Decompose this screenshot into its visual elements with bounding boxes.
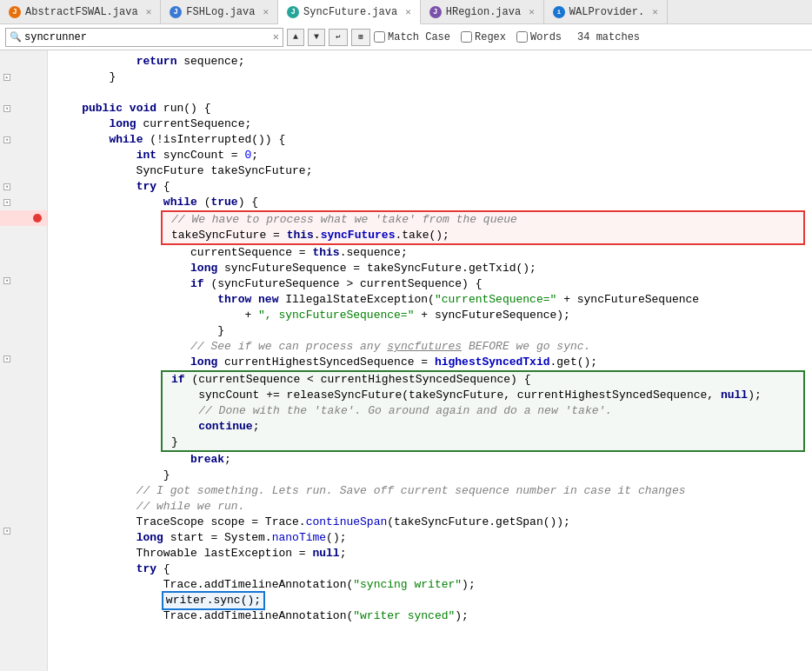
fold-icon[interactable]: ▸ xyxy=(3,74,10,81)
code-line-writer-sync: writer.sync(); xyxy=(48,593,812,608)
tab-label-syncfuture: SyncFuture.java xyxy=(303,6,397,18)
gutter-line xyxy=(0,586,47,601)
gutter-line xyxy=(0,116,47,132)
gutter-line xyxy=(0,367,47,382)
fold-icon[interactable]: ▾ xyxy=(3,355,10,362)
tab-close-walprovider[interactable]: ✕ xyxy=(652,6,658,17)
match-case-option[interactable]: Match Case xyxy=(374,31,450,43)
words-checkbox[interactable] xyxy=(516,31,528,43)
regex-checkbox[interactable] xyxy=(461,31,472,43)
search-input-wrap: 🔍 ✕ xyxy=(5,28,283,47)
gutter-line xyxy=(0,429,47,445)
regex-option[interactable]: Regex xyxy=(461,31,506,43)
fold-icon[interactable]: ▾ xyxy=(3,183,10,190)
code-line: } xyxy=(48,468,812,483)
tab-close-hregion[interactable]: ✕ xyxy=(529,6,535,17)
code-editor[interactable]: return sequence; } public void run() { l… xyxy=(48,50,812,671)
code-line-if: if (currentSequence < currentHighestSync… xyxy=(164,372,802,388)
gutter-line xyxy=(0,570,47,586)
green-highlight-block: if (currentSequence < currentHighestSync… xyxy=(161,370,805,452)
search-wrap-button[interactable]: ↩ xyxy=(329,29,348,46)
gutter-line xyxy=(0,508,47,523)
match-case-label: Match Case xyxy=(388,31,450,43)
gutter-line: ▾ xyxy=(0,351,47,367)
tab-close-fshlog[interactable]: ✕ xyxy=(263,6,269,17)
search-options: Match Case Regex Words 34 matches xyxy=(374,31,640,43)
regex-label: Regex xyxy=(475,31,506,43)
gutter-line xyxy=(0,54,47,70)
search-bar: 🔍 ✕ ▲ ▼ ↩ ⊞ Match Case Regex Words 34 ma… xyxy=(0,24,812,50)
gutter-line xyxy=(0,398,47,414)
match-case-checkbox[interactable] xyxy=(374,31,385,43)
fold-icon[interactable]: ▾ xyxy=(3,277,10,284)
main-content: ▸ ▾ ▾ ▾ ▾ ▾ ▾ xyxy=(0,50,812,671)
code-line: int syncCount = 0; xyxy=(48,148,812,163)
search-clear-icon[interactable]: ✕ xyxy=(273,30,279,43)
code-line-sync: syncCount += releaseSyncFuture(takeSyncF… xyxy=(164,388,802,403)
search-count: 34 matches xyxy=(577,31,640,43)
code-line: Trace.addTimelineAnnotation("writer sync… xyxy=(48,608,812,624)
code-line: public void run() { xyxy=(48,101,812,116)
fold-icon[interactable]: ▾ xyxy=(3,136,10,143)
gutter-line xyxy=(0,257,47,273)
gutter-line xyxy=(0,148,47,163)
code-line: // See if we can process any syncfutures… xyxy=(48,339,812,355)
gutter-line xyxy=(0,476,47,492)
code-line: SyncFuture takeSyncFuture; xyxy=(48,163,812,179)
gutter-line: ▸ xyxy=(0,70,47,85)
tab-fshlog[interactable]: J FSHLog.java ✕ xyxy=(161,0,278,23)
tab-icon-abstractfswal: J xyxy=(9,6,21,18)
search-next-button[interactable]: ▼ xyxy=(308,29,325,46)
tab-icon-syncfuture: J xyxy=(287,6,299,18)
words-option[interactable]: Words xyxy=(516,31,562,43)
blue-highlight-writer-sync: writer.sync(); xyxy=(163,593,263,608)
search-expand-button[interactable]: ⊞ xyxy=(351,29,370,46)
gutter-line xyxy=(0,492,47,508)
fold-icon[interactable]: ▾ xyxy=(3,528,10,535)
code-line-continue: continue; xyxy=(164,419,802,435)
tab-icon-fshlog: J xyxy=(170,6,182,18)
tab-abstractfswal[interactable]: J AbstractFSWAL.java ✕ xyxy=(0,0,161,23)
gutter-line xyxy=(0,445,47,461)
code-line: currentSequence = this.sequence; xyxy=(48,245,812,261)
gutter-line xyxy=(0,85,47,101)
code-line-close: } xyxy=(164,435,802,450)
code-line: while (!isInterrupted()) { xyxy=(48,132,812,148)
red-highlight-block: // We have to process what we 'take' fro… xyxy=(161,210,805,245)
tab-close-abstractfswal[interactable]: ✕ xyxy=(146,6,152,17)
gutter-line xyxy=(0,414,47,429)
code-line-comment: // We have to process what we 'take' fro… xyxy=(164,212,802,228)
gutter-line xyxy=(0,633,47,648)
fold-icon[interactable]: ▾ xyxy=(3,199,10,206)
code-line xyxy=(48,85,812,101)
gutter-line xyxy=(0,320,47,336)
tab-syncfuture[interactable]: J SyncFuture.java ✕ xyxy=(278,0,421,24)
code-line: long syncFutureSequence = takeSyncFuture… xyxy=(48,261,812,276)
gutter-line xyxy=(0,617,47,633)
tab-hregion[interactable]: J HRegion.java ✕ xyxy=(421,0,544,23)
tab-walprovider[interactable]: i WALProvider. ✕ xyxy=(544,0,668,23)
gutter-line: ▾ xyxy=(0,195,47,210)
tab-close-syncfuture[interactable]: ✕ xyxy=(405,6,411,17)
search-prev-button[interactable]: ▲ xyxy=(287,29,304,46)
tab-label-abstractfswal: AbstractFSWAL.java xyxy=(25,6,138,18)
gutter-line xyxy=(0,461,47,476)
code-line: if (syncFutureSequence > currentSequence… xyxy=(48,276,812,292)
fold-icon[interactable]: ▾ xyxy=(3,105,10,112)
search-icon: 🔍 xyxy=(10,31,22,43)
gutter-line: ▾ xyxy=(0,179,47,195)
gutter-line xyxy=(0,226,47,242)
code-line-take: takeSyncFuture = this.syncFutures.take()… xyxy=(164,228,802,243)
gutter-line xyxy=(0,336,47,351)
code-line: + ", syncFutureSequence=" + syncFutureSe… xyxy=(48,308,812,323)
code-line: TraceScope scope = Trace.continueSpan(ta… xyxy=(48,515,812,530)
code-line: // I got something. Lets run. Save off c… xyxy=(48,483,812,499)
search-input[interactable] xyxy=(24,31,250,43)
code-line: long currentHighestSyncedSequence = high… xyxy=(48,355,812,370)
gutter-line-bp[interactable] xyxy=(0,210,47,226)
tab-label-hregion: HRegion.java xyxy=(446,6,521,18)
tab-label-fshlog: FSHLog.java xyxy=(186,6,255,18)
tab-label-walprovider: WALProvider. xyxy=(569,6,644,18)
code-line: try { xyxy=(48,561,812,577)
code-line: break; xyxy=(48,452,812,468)
